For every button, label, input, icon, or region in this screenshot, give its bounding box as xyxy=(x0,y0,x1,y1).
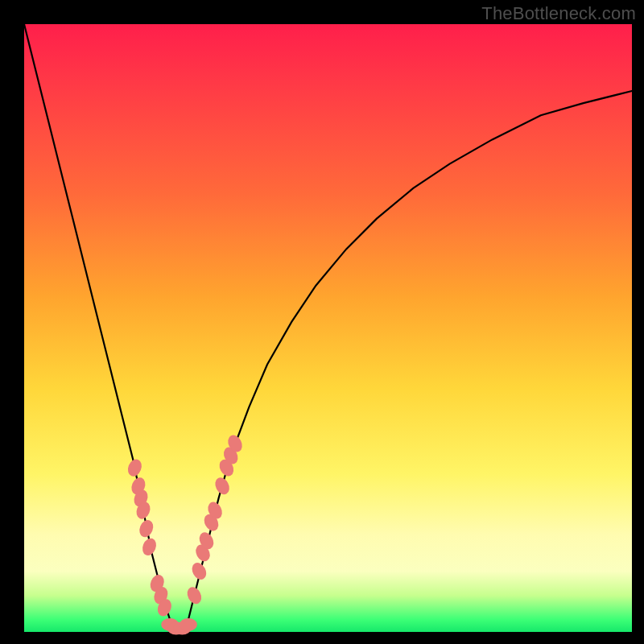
marker-dot xyxy=(126,457,144,478)
marker-dot xyxy=(184,584,204,606)
chart-frame: TheBottleneck.com xyxy=(0,0,644,644)
chart-svg xyxy=(24,24,632,632)
bottleneck-curve xyxy=(24,24,632,632)
plot-area xyxy=(24,24,632,632)
marker-layer xyxy=(126,433,245,635)
marker-dot xyxy=(137,518,155,539)
marker-dot xyxy=(213,475,232,497)
marker-dot xyxy=(189,560,208,582)
marker-dot xyxy=(180,618,197,631)
marker-dot xyxy=(140,536,159,557)
watermark-text: TheBottleneck.com xyxy=(481,3,636,24)
